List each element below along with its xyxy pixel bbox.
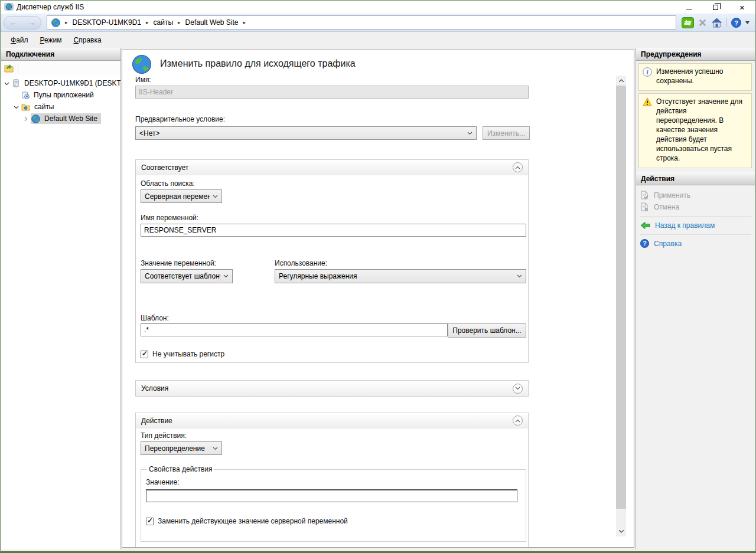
cancel-icon (640, 202, 649, 211)
close-icon: × (739, 3, 745, 12)
chevron-right-icon[interactable] (24, 116, 28, 122)
chevron-down-icon (210, 195, 218, 198)
breadcrumb-item-sites[interactable]: сайты (154, 18, 174, 27)
actions-panel: Предупреждения i Изменения успешно сохра… (636, 48, 755, 549)
name-input (135, 86, 529, 99)
tree-item-server[interactable]: DESKTOP-U1MK9D1 (DESKTOP (1, 77, 120, 89)
pattern-input[interactable] (141, 323, 448, 336)
actions-divider (640, 216, 751, 217)
using-select[interactable]: Регулярные выражения (275, 269, 526, 283)
actions-list: Применить Отмена Назад к правилам (636, 185, 755, 250)
chevron-down-icon (220, 274, 229, 278)
svg-text:?: ? (734, 19, 738, 26)
nav-buttons: ← → (4, 16, 41, 30)
ignore-case-checkbox[interactable] (141, 351, 148, 358)
alert-warning: Отсутствует значение для действия переоп… (638, 93, 752, 168)
connections-header: Подключения (1, 48, 120, 61)
info-icon: i (643, 67, 652, 77)
scrollbar-track[interactable] (616, 86, 626, 526)
scroll-up-button[interactable] (616, 76, 626, 86)
name-label: Имя: (135, 76, 151, 84)
vertical-scrollbar[interactable] (616, 76, 626, 536)
alert-success: i Изменения успешно сохранены. (638, 63, 752, 91)
replace-value-checkbox[interactable] (146, 518, 154, 525)
actions-header: Действия (636, 172, 755, 185)
breadcrumb[interactable]: ▸ DESKTOP-U1MK9D1 ▸ сайты ▸ Default Web … (47, 15, 676, 30)
precondition-select[interactable]: <Нет> (135, 126, 477, 140)
forward-nav-button[interactable]: → (28, 18, 35, 27)
page-globe-icon (132, 54, 152, 74)
minimize-icon (686, 9, 692, 9)
site-globe-icon (51, 18, 60, 27)
scrollbar-thumb[interactable] (616, 86, 626, 509)
using-label: Использование: (275, 259, 327, 267)
collapse-section-button[interactable] (513, 162, 523, 172)
chevron-down-icon[interactable] (4, 81, 9, 86)
action-section: Действие Тип действия: Переопределение С… (135, 413, 529, 548)
help-action[interactable]: ? Справка (640, 238, 751, 250)
back-to-rules-action[interactable]: Назад к правилам (640, 220, 751, 231)
test-pattern-button[interactable]: Проверить шаблон... (448, 323, 526, 338)
tree-item-sites[interactable]: сайты (1, 101, 120, 113)
apply-action: Применить (640, 189, 751, 201)
close-button[interactable]: × (729, 1, 755, 14)
help-icon: ? (640, 239, 649, 248)
iis-manager-window: Диспетчер служб IIS × ← → ▸ DESKTOP-U1MK… (0, 0, 756, 553)
conditions-section-title: Условия (141, 384, 168, 392)
menu-view[interactable]: Режим (34, 34, 68, 47)
apply-icon (640, 191, 649, 199)
scroll-down-button[interactable] (616, 526, 626, 536)
refresh-button[interactable] (682, 17, 694, 28)
chevron-down-icon (514, 274, 522, 278)
action-type-select[interactable]: Переопределение (141, 441, 222, 455)
alert-text: Отсутствует значение для действия переоп… (656, 97, 748, 163)
title-bar: Диспетчер служб IIS × (1, 1, 755, 14)
breadcrumb-separator-icon: ▸ (65, 19, 68, 25)
variable-value-select[interactable]: Соответствует шаблону (141, 269, 233, 283)
alert-text: Изменения успешно сохранены. (656, 67, 748, 86)
sites-folder-icon (21, 103, 30, 111)
action-type-label: Тип действия: (141, 431, 187, 440)
selected-tree-item: Default Web Site (31, 113, 101, 124)
menu-bar: Файл Режим Справка (1, 32, 755, 48)
site-globe-icon (31, 114, 40, 123)
edit-outbound-rule-page: Изменить правило для исходящего трафика … (122, 50, 634, 548)
variable-value-label: Значение переменной: (141, 259, 216, 267)
collapse-section-button[interactable] (513, 415, 523, 426)
toolbar-divider (726, 18, 727, 27)
replace-value-label: Заменить действующее значение серверной … (158, 517, 348, 525)
tree-item-default-web-site[interactable]: Default Web Site (1, 113, 120, 125)
minimize-button[interactable] (676, 1, 702, 14)
app-pools-icon (21, 91, 30, 99)
svg-text:?: ? (643, 240, 646, 247)
expand-section-button[interactable] (513, 384, 523, 394)
home-button[interactable] (711, 18, 722, 28)
pattern-label: Шаблон: (141, 314, 169, 322)
back-nav-button[interactable]: ← (9, 18, 17, 27)
chevron-down-icon (210, 447, 218, 450)
tree-item-app-pools[interactable]: Пулы приложений (1, 89, 120, 101)
breadcrumb-item-default-web-site[interactable]: Default Web Site (185, 18, 239, 27)
connections-tree: DESKTOP-U1MK9D1 (DESKTOP Пулы приложений… (1, 76, 120, 125)
toolbar-divider (18, 64, 18, 73)
action-value-input[interactable] (146, 489, 517, 502)
action-section-title: Действие (141, 417, 172, 425)
help-dropdown-caret-icon[interactable] (745, 21, 750, 24)
breadcrumb-item-server[interactable]: DESKTOP-U1MK9D1 (73, 18, 141, 27)
save-connections-icon[interactable] (4, 64, 14, 73)
chevron-down-icon (464, 132, 472, 135)
menu-help[interactable]: Справка (68, 34, 107, 47)
edit-precondition-button: Изменить... (483, 126, 530, 140)
alerts-header: Предупреждения (636, 48, 755, 61)
restore-button[interactable] (702, 1, 729, 14)
menu-file[interactable]: Файл (5, 34, 34, 47)
scope-select[interactable]: Серверная переменн (141, 189, 222, 203)
variable-name-input[interactable] (141, 224, 526, 237)
action-properties-title: Свойства действия (147, 465, 214, 473)
match-section: Соответствует Область поиска: Серверная … (135, 159, 529, 363)
tree-item-label: Default Web Site (43, 114, 99, 123)
chevron-down-icon[interactable] (14, 104, 19, 110)
ignore-case-label: Не учитывать регистр (152, 350, 224, 358)
help-button[interactable]: ? (731, 18, 741, 28)
address-bar: ← → ▸ DESKTOP-U1MK9D1 ▸ сайты ▸ Default … (1, 14, 755, 32)
